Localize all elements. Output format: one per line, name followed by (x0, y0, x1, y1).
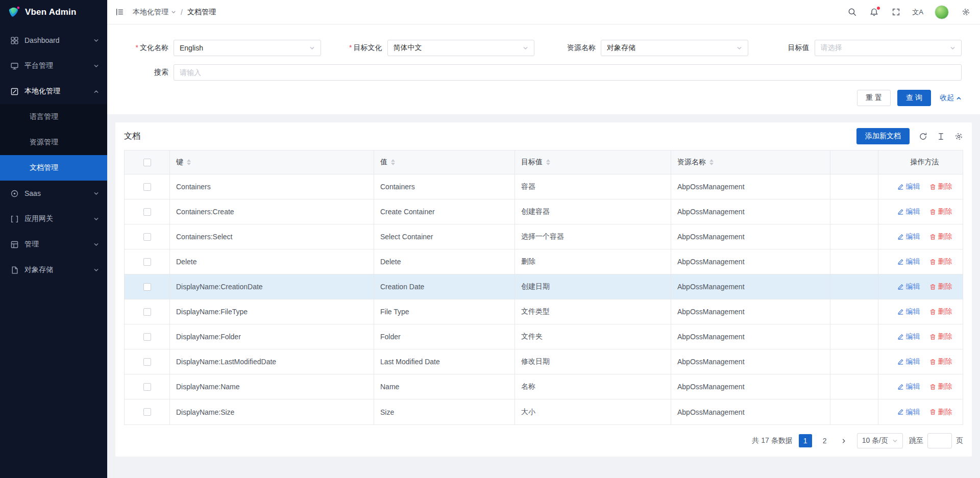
jump-page-input[interactable] (927, 433, 952, 448)
delete-label: 删除 (938, 282, 952, 291)
edit-button[interactable]: 编辑 (897, 207, 920, 216)
table-header-row: 键 值 目标值 资源名称 (125, 150, 963, 174)
sidebar-fold-icon[interactable] (114, 7, 125, 17)
row-checkbox[interactable] (143, 333, 151, 341)
collapse-link[interactable]: 收起 (940, 93, 962, 103)
chevron-down-icon (93, 216, 99, 222)
edit-button[interactable]: 编辑 (897, 332, 920, 341)
column-title: 操作方法 (911, 158, 939, 167)
breadcrumb-current: 文档管理 (187, 8, 216, 17)
search-input[interactable] (174, 64, 962, 81)
sort-icons[interactable] (391, 159, 395, 165)
trash-icon (929, 409, 936, 415)
delete-button[interactable]: 删除 (929, 282, 952, 291)
jump-to-page: 跳至 页 (909, 433, 963, 448)
target-culture-select[interactable]: 简体中文 (387, 40, 535, 56)
column-header-resource-name[interactable]: 资源名称 (671, 150, 830, 174)
row-checkbox[interactable] (143, 233, 151, 241)
delete-button[interactable]: 删除 (929, 357, 952, 366)
row-checkbox[interactable] (143, 208, 151, 216)
row-checkbox[interactable] (143, 308, 151, 316)
fullscreen-icon[interactable] (891, 7, 901, 17)
breadcrumb-parent[interactable]: 本地化管理 (133, 8, 176, 17)
query-button[interactable]: 查 询 (897, 90, 931, 106)
sidebar-item-language-management[interactable]: 语言管理 (0, 104, 107, 130)
delete-button[interactable]: 删除 (929, 207, 952, 216)
select-all-checkbox[interactable] (143, 159, 151, 166)
culture-name-select[interactable]: English (174, 40, 321, 56)
row-checkbox[interactable] (143, 383, 151, 391)
row-checkbox[interactable] (143, 183, 151, 191)
cell-actions: 编辑 删除 (878, 299, 971, 324)
pagination: 共 17 条数据 1 2 10 条/页 跳至 页 (115, 425, 972, 450)
delete-button[interactable]: 删除 (929, 382, 952, 391)
page-button-2[interactable]: 2 (818, 434, 831, 447)
row-height-icon[interactable] (937, 132, 945, 141)
sidebar-item-dashboard[interactable]: Dashboard (0, 28, 107, 53)
page-size-value: 10 条/页 (862, 436, 888, 445)
bell-icon[interactable] (869, 7, 879, 17)
sidebar-item-object-storage[interactable]: 对象存储 (0, 257, 107, 283)
row-checkbox[interactable] (143, 408, 151, 416)
search-icon[interactable] (847, 7, 857, 17)
sidebar-item-platform[interactable]: 平台管理 (0, 53, 107, 79)
row-checkbox[interactable] (143, 358, 151, 366)
jump-label: 跳至 (909, 436, 923, 445)
column-header-target-value[interactable]: 目标值 (515, 150, 671, 174)
translate-icon[interactable]: 文A (913, 7, 923, 17)
cell-value: Name (374, 374, 515, 399)
target-value-select[interactable]: 请选择 (815, 40, 962, 56)
avatar[interactable] (935, 5, 949, 19)
delete-button[interactable]: 删除 (929, 232, 952, 241)
filter-row-1: *文化名称 English *目标文化 简体中文 资源名称 (116, 40, 971, 56)
column-settings-gear-icon[interactable] (954, 132, 963, 141)
logo[interactable]: Vben Admin (0, 0, 107, 24)
sort-icons[interactable] (709, 159, 714, 165)
sort-icons[interactable] (546, 159, 550, 165)
delete-label: 删除 (938, 207, 952, 216)
cell-actions: 编辑 删除 (878, 174, 971, 199)
row-checkbox-cell (125, 324, 170, 349)
delete-button[interactable]: 删除 (929, 307, 952, 316)
edit-button[interactable]: 编辑 (897, 307, 920, 316)
gear-icon[interactable] (961, 7, 971, 17)
row-checkbox[interactable] (143, 258, 151, 266)
delete-button[interactable]: 删除 (929, 332, 952, 341)
cell-resource-name: AbpOssManagement (671, 349, 830, 374)
column-header-value[interactable]: 值 (374, 150, 515, 174)
page-size-select[interactable]: 10 条/页 (857, 433, 903, 448)
sidebar-item-saas[interactable]: Saas (0, 181, 107, 206)
sidebar-item-localization[interactable]: 本地化管理 (0, 79, 107, 104)
page-button-1[interactable]: 1 (799, 434, 812, 447)
refresh-icon[interactable] (919, 132, 927, 141)
row-checkbox-cell (125, 199, 170, 224)
collapse-label: 收起 (940, 93, 954, 103)
edit-button[interactable]: 编辑 (897, 282, 920, 291)
edit-button[interactable]: 编辑 (897, 408, 920, 417)
row-checkbox-cell (125, 349, 170, 374)
edit-button[interactable]: 编辑 (897, 232, 920, 241)
edit-button[interactable]: 编辑 (897, 257, 920, 266)
delete-button[interactable]: 删除 (929, 182, 952, 191)
cell-value: Folder (374, 324, 515, 349)
resource-name-select[interactable]: 对象存储 (601, 40, 748, 56)
sidebar-item-management[interactable]: 管理 (0, 232, 107, 257)
sidebar-item-resource-management[interactable]: 资源管理 (0, 130, 107, 155)
table-row: DisplayName:Name Name 名称 AbpOssManagemen… (125, 374, 963, 399)
edit-button[interactable]: 编辑 (897, 382, 920, 391)
sidebar-item-document-management[interactable]: 文档管理 (0, 155, 107, 181)
add-document-button[interactable]: 添加新文档 (856, 128, 910, 144)
cell-value: Last Modified Date (374, 349, 515, 374)
reset-button[interactable]: 重 置 (857, 90, 891, 106)
delete-button[interactable]: 删除 (929, 408, 952, 417)
next-page-button[interactable] (838, 434, 851, 447)
row-checkbox[interactable] (143, 283, 151, 291)
sort-icons[interactable] (187, 159, 191, 165)
edit-button[interactable]: 编辑 (897, 357, 920, 366)
pencil-icon (897, 359, 904, 365)
table-body: Containers Containers 容器 AbpOssManagemen… (125, 174, 963, 424)
column-header-key[interactable]: 键 (170, 150, 374, 174)
delete-button[interactable]: 删除 (929, 257, 952, 266)
sidebar-item-gateway[interactable]: 应用网关 (0, 206, 107, 232)
edit-button[interactable]: 编辑 (897, 182, 920, 191)
